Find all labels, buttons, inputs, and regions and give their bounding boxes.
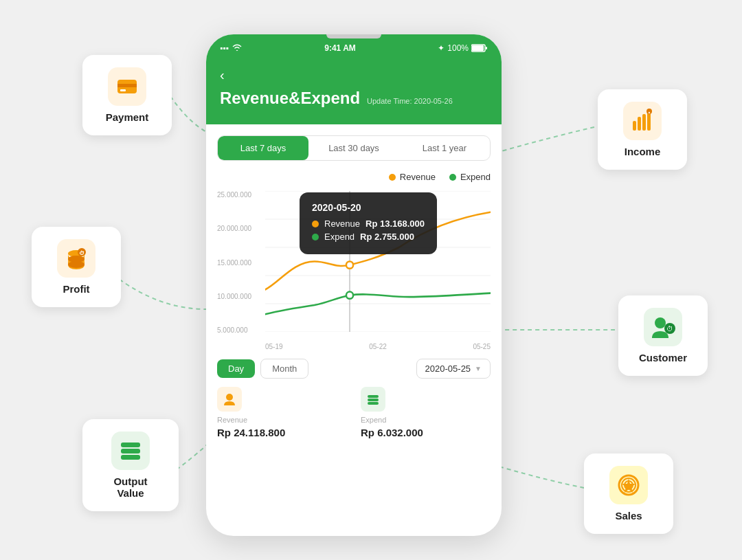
- svg-rect-37: [368, 395, 379, 398]
- y-label-5: 25.000.000: [217, 191, 265, 199]
- svg-point-34: [346, 262, 353, 269]
- y-axis: 25.000.000 20.000.000 15.000.000 10.000.…: [217, 191, 265, 334]
- month-filter-button[interactable]: Month: [260, 359, 308, 379]
- day-filter-button[interactable]: Day: [217, 359, 255, 378]
- tooltip-expend-value: Rp 2.755.000: [360, 232, 414, 242]
- chevron-down-icon: ▼: [475, 365, 482, 372]
- svg-rect-10: [121, 455, 140, 460]
- tooltip-revenue-row: Revenue Rp 13.168.000: [312, 219, 425, 229]
- customer-icon: ⏱: [644, 308, 682, 346]
- tooltip-revenue-dot: [312, 221, 319, 227]
- status-time: 9:41 AM: [324, 43, 356, 53]
- y-label-2: 10.000.000: [217, 293, 265, 300]
- svg-text:▲: ▲: [648, 110, 651, 114]
- filter-row[interactable]: Day Month 2020-05-25 ▼: [217, 359, 491, 379]
- update-time: Update Time: 2020-05-26: [367, 97, 453, 105]
- income-icon: ▲: [623, 102, 662, 140]
- svg-point-5: [68, 261, 85, 268]
- y-label-1: 5.000.000: [217, 326, 265, 334]
- svg-rect-12: [638, 117, 641, 131]
- signal-icon: ▪▪▪: [220, 43, 229, 53]
- output-value-card[interactable]: Output Value: [82, 419, 179, 511]
- revenue-dot: [389, 174, 396, 181]
- svg-rect-9: [121, 449, 140, 453]
- sales-icon: [609, 466, 648, 504]
- time-period-tabs[interactable]: Last 7 days Last 30 days Last 1 year: [217, 135, 491, 161]
- svg-rect-14: [647, 111, 651, 131]
- back-button[interactable]: ‹: [220, 67, 488, 83]
- y-label-4: 20.000.000: [217, 225, 265, 232]
- tooltip-expend-label: Expend: [324, 232, 355, 242]
- status-bar: ▪▪▪ 9:41 AM ✦ 100%: [206, 34, 502, 62]
- svg-rect-25: [472, 45, 484, 51]
- tab-last-1-year[interactable]: Last 1 year: [399, 136, 490, 160]
- wifi-icon: [232, 43, 243, 54]
- tab-last-7-days[interactable]: Last 7 days: [218, 136, 308, 160]
- income-label: Income: [625, 146, 661, 157]
- expend-label: Expend: [460, 172, 491, 182]
- page-title: Revenue&Expend: [220, 89, 360, 108]
- chart-legend: Revenue Expend: [217, 172, 491, 182]
- payment-icon: [108, 67, 146, 106]
- battery-icon: [471, 44, 488, 52]
- svg-rect-26: [486, 47, 487, 49]
- x-label-1: 05-19: [265, 343, 283, 350]
- sales-card[interactable]: Sales: [584, 453, 673, 534]
- svg-point-36: [226, 394, 233, 401]
- svg-text:⏱: ⏱: [666, 325, 673, 333]
- chart-tooltip: 2020-05-20 Revenue Rp 13.168.000 Expend …: [300, 192, 437, 254]
- tooltip-expend-row: Expend Rp 2.755.000: [312, 232, 425, 242]
- revenue-stat-icon: [217, 387, 242, 412]
- expend-stat-icon: [361, 387, 385, 412]
- stats-row: Revenue Rp 24.118.800 Expend Rp 6.032.00…: [217, 387, 491, 438]
- profit-icon: ⏱: [57, 239, 95, 278]
- customer-card[interactable]: ⏱ Customer: [618, 295, 708, 376]
- expend-stat-value: Rp 6.032.000: [361, 427, 491, 438]
- expend-stat-label: Expend: [361, 416, 491, 424]
- profit-card[interactable]: ⏱ Profit: [32, 227, 121, 307]
- tooltip-date: 2020-05-20: [312, 202, 425, 213]
- status-battery: ✦ 100%: [438, 43, 488, 53]
- legend-revenue: Revenue: [389, 172, 436, 182]
- phone-notch: [326, 34, 381, 38]
- revenue-stat: Revenue Rp 24.118.800: [217, 387, 347, 438]
- legend-expend: Expend: [449, 172, 491, 182]
- tab-last-30-days[interactable]: Last 30 days: [308, 136, 399, 160]
- sales-label: Sales: [615, 510, 642, 522]
- status-signal: ▪▪▪: [220, 43, 243, 54]
- svg-rect-2: [120, 89, 126, 91]
- svg-rect-11: [633, 121, 636, 131]
- x-label-2: 05-22: [369, 343, 387, 350]
- svg-point-17: [655, 317, 666, 328]
- revenue-stat-label: Revenue: [217, 416, 347, 424]
- tooltip-expend-dot: [312, 234, 319, 240]
- x-label-3: 05-25: [473, 343, 491, 350]
- date-value: 2020-05-25: [425, 363, 471, 374]
- svg-text:⏱: ⏱: [79, 250, 85, 256]
- expend-stat: Expend Rp 6.032.000: [361, 387, 491, 438]
- revenue-stat-value: Rp 24.118.800: [217, 427, 347, 438]
- phone-body: Last 7 days Last 30 days Last 1 year Rev…: [206, 135, 502, 438]
- revenue-label: Revenue: [400, 172, 436, 182]
- bluetooth-icon: ✦: [438, 43, 445, 53]
- income-card[interactable]: ▲ Income: [598, 89, 687, 170]
- battery-label: 100%: [447, 43, 469, 53]
- output-value-label: Output Value: [113, 475, 147, 499]
- expend-dot: [449, 174, 456, 181]
- svg-rect-39: [368, 402, 379, 405]
- phone-frame: ▪▪▪ 9:41 AM ✦ 100% ‹ Revenue&Expend: [206, 34, 502, 536]
- payment-label: Payment: [106, 111, 149, 123]
- chart-area: Revenue Expend 25.000.000 20.000.000 15.…: [217, 172, 491, 350]
- svg-rect-38: [368, 399, 379, 401]
- y-label-3: 15.000.000: [217, 259, 265, 267]
- payment-card[interactable]: Payment: [82, 55, 172, 135]
- output-value-icon: [111, 432, 150, 470]
- svg-rect-1: [117, 84, 137, 87]
- svg-rect-8: [121, 443, 140, 447]
- svg-point-35: [346, 292, 353, 299]
- date-selector[interactable]: 2020-05-25 ▼: [416, 359, 491, 379]
- x-axis: 05-19 05-22 05-25: [265, 343, 491, 350]
- phone-header: ‹ Revenue&Expend Update Time: 2020-05-26: [206, 62, 502, 124]
- tooltip-revenue-value: Rp 13.168.000: [366, 219, 425, 229]
- customer-label: Customer: [639, 352, 687, 363]
